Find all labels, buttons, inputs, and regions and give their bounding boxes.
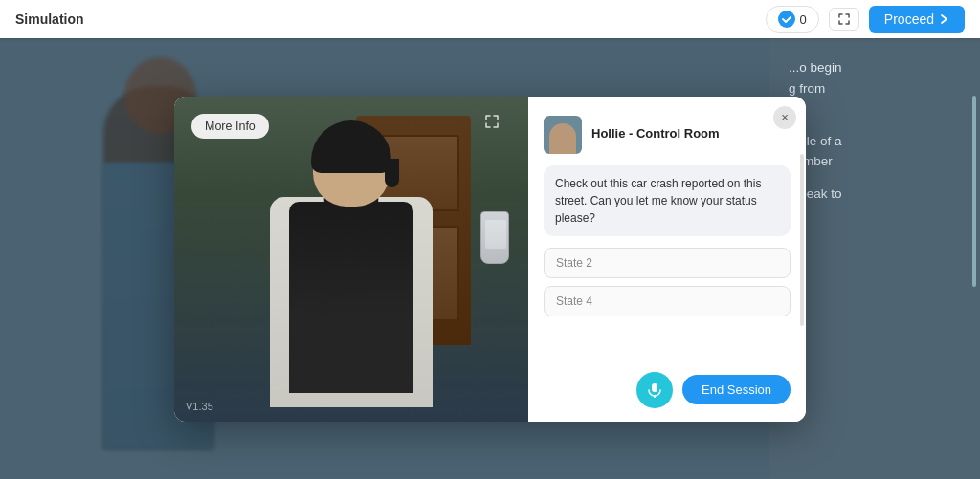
end-session-label: End Session xyxy=(702,382,771,397)
close-button[interactable]: × xyxy=(773,106,796,129)
badge-button[interactable]: 0 xyxy=(766,6,819,33)
agent-avatar xyxy=(544,116,582,154)
wall-dispenser xyxy=(480,211,509,264)
badge-count: 0 xyxy=(800,12,807,27)
more-info-button[interactable]: More Info xyxy=(191,114,269,139)
proceed-button[interactable]: Proceed xyxy=(869,6,965,33)
option-state-4[interactable]: State 4 xyxy=(544,286,791,316)
char-head xyxy=(313,125,390,207)
agent-figure xyxy=(549,123,576,154)
agent-name: Hollie - Control Room xyxy=(591,126,720,142)
char-hair xyxy=(311,120,391,173)
navbar-actions: 0 Proceed xyxy=(766,6,965,33)
svg-rect-0 xyxy=(652,383,657,392)
expand-button[interactable] xyxy=(829,8,859,31)
background-area: ...o beging fromm. ...ole of anumber ...… xyxy=(0,38,980,479)
modal-overlay: × xyxy=(0,38,980,479)
dialog: × xyxy=(174,97,806,422)
app-title: Simulation xyxy=(15,11,84,27)
chat-scrollbar xyxy=(800,154,804,326)
check-icon xyxy=(778,11,795,28)
option-4-label: State 4 xyxy=(556,294,592,308)
chat-message: Check out this car crash reported on thi… xyxy=(544,165,791,236)
version-label: V1.35 xyxy=(186,401,213,412)
video-panel: More Info V1.35 xyxy=(174,97,528,422)
option-state-2[interactable]: State 2 xyxy=(544,248,791,278)
close-icon: × xyxy=(781,110,789,124)
mic-button[interactable] xyxy=(636,372,673,408)
char-body xyxy=(289,202,413,393)
end-session-button[interactable]: End Session xyxy=(682,375,791,404)
more-info-label: More Info xyxy=(205,120,256,133)
agent-row: Hollie - Control Room xyxy=(544,116,791,154)
chat-panel: Hollie - Control Room Check out this car… xyxy=(528,97,806,422)
navbar: Simulation 0 Proceed xyxy=(0,0,980,38)
fullscreen-button[interactable] xyxy=(484,114,500,133)
option-2-label: State 2 xyxy=(556,256,592,270)
avatar-character xyxy=(236,125,466,422)
proceed-label: Proceed xyxy=(884,11,934,27)
action-bar: End Session xyxy=(544,368,791,408)
